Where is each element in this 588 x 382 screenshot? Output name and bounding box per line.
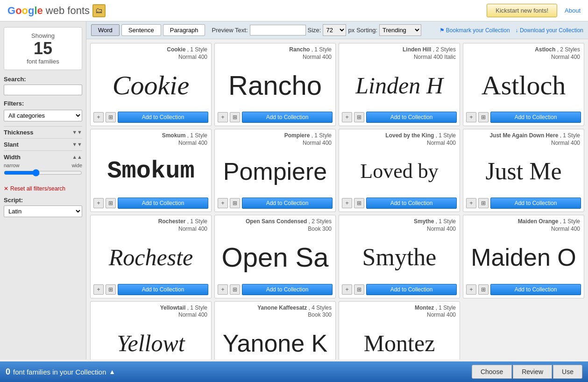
add-icon[interactable]: +: [93, 198, 104, 208]
add-to-collection-button[interactable]: Add to Collection: [490, 284, 581, 295]
copy-icon[interactable]: ⊞: [230, 284, 240, 295]
copy-icon[interactable]: ⊞: [478, 112, 489, 122]
search-label: Search:: [4, 76, 82, 83]
add-icon[interactable]: +: [342, 112, 352, 122]
showing-sub: font families: [8, 58, 78, 65]
width-filter: Width ▲▲ narrow wide: [4, 150, 82, 181]
main-layout: Showing 15 font families Search: Filters…: [0, 21, 588, 360]
add-to-collection-button[interactable]: Add to Collection: [490, 198, 581, 209]
font-name: Smythe: [414, 218, 434, 225]
kickstart-button[interactable]: Kickstart new fonts!: [487, 4, 557, 17]
font-card-footer: + ⊞ Add to Collection: [215, 282, 335, 298]
font-card-footer: + ⊞ Add to Collection: [339, 282, 460, 298]
sidebar: Showing 15 font families Search: Filters…: [0, 21, 86, 360]
add-icon[interactable]: +: [342, 284, 352, 295]
font-card: Yanone Kaffeesatz , 4 Styles Book 300 Ya…: [214, 301, 336, 360]
add-icon[interactable]: +: [93, 284, 104, 295]
font-name: Linden Hill: [403, 46, 431, 53]
size-select[interactable]: 72 36 24 14: [323, 24, 346, 36]
font-card: Loved by the King , 1 Style Normal 400 L…: [339, 129, 460, 212]
add-icon[interactable]: +: [218, 284, 228, 295]
copy-icon[interactable]: ⊞: [478, 198, 489, 208]
copy-icon[interactable]: ⊞: [230, 198, 240, 208]
font-card-footer: + ⊞ Add to Collection: [339, 110, 460, 126]
add-to-collection-button[interactable]: Add to Collection: [490, 112, 581, 123]
font-preview-area: Rancho: [215, 61, 335, 110]
tab-word[interactable]: Word: [91, 24, 120, 36]
font-card: Smythe , 1 Style Normal 400 Smythe + ⊞ A…: [339, 215, 460, 298]
add-to-collection-button[interactable]: Add to Collection: [118, 284, 208, 295]
font-card-footer: + ⊞ Add to Collection: [91, 196, 211, 212]
copy-icon[interactable]: ⊞: [354, 284, 364, 295]
preview-text-input[interactable]: [250, 25, 306, 35]
thickness-label: Thickness: [4, 129, 34, 136]
font-weight: Book 300: [308, 226, 332, 232]
reset-filters[interactable]: ✕ Reset all filters/search: [4, 185, 82, 192]
font-weight: Normal 400: [427, 311, 456, 318]
add-to-collection-button[interactable]: Add to Collection: [242, 112, 333, 123]
copy-icon[interactable]: ⊞: [478, 284, 489, 295]
width-slider[interactable]: [4, 169, 82, 177]
add-to-collection-button[interactable]: Add to Collection: [366, 112, 457, 123]
add-icon[interactable]: +: [466, 198, 476, 208]
font-card-footer: + ⊞ Add to Collection: [91, 110, 211, 126]
logo-g2: g: [28, 5, 34, 16]
font-weight: Normal 400: [551, 226, 580, 232]
copy-icon[interactable]: ⊞: [106, 112, 116, 122]
add-to-collection-button[interactable]: Add to Collection: [242, 284, 333, 295]
font-preview-text: Loved by: [360, 161, 438, 182]
font-weight: Normal 400: [427, 140, 456, 146]
font-name: Rochester: [158, 218, 186, 225]
font-card-header: Montez , 1 Style Normal 400: [339, 302, 460, 319]
add-to-collection-button[interactable]: Add to Collection: [366, 284, 457, 295]
sorting-select[interactable]: Trending Popularity Alphabetical Date Ad…: [379, 24, 421, 36]
font-preview-area: Just Me: [463, 147, 584, 196]
preview-text-label: Preview Text:: [212, 27, 248, 34]
toolbar: Word Sentence Paragraph Preview Text: Si…: [86, 21, 588, 39]
add-icon[interactable]: +: [93, 112, 104, 122]
tab-paragraph[interactable]: Paragraph: [163, 24, 205, 36]
copy-icon[interactable]: ⊞: [354, 112, 364, 122]
font-name: Loved by the King: [385, 132, 434, 139]
font-weight: Normal 400: [303, 140, 332, 146]
script-label: Script:: [4, 197, 82, 204]
add-icon[interactable]: +: [466, 284, 476, 295]
copy-icon[interactable]: ⊞: [106, 284, 116, 295]
font-preview-text: Rocheste: [109, 246, 193, 269]
font-name: Pompiere: [284, 132, 310, 139]
add-to-collection-button[interactable]: Add to Collection: [242, 198, 333, 209]
category-select[interactable]: All categories Serif Sans-Serif Display …: [4, 110, 82, 121]
add-icon[interactable]: +: [218, 112, 228, 122]
copy-icon[interactable]: ⊞: [230, 112, 240, 122]
slant-filter[interactable]: Slant ▼▼: [4, 138, 82, 150]
font-name: Just Me Again Down Here: [489, 132, 558, 139]
script-select[interactable]: Latin Cyrillic Greek Hebrew Arabic Devan…: [4, 205, 82, 217]
bookmark-link[interactable]: ⚑ Bookmark your Collection: [439, 27, 510, 34]
font-preview-area: Smokum: [91, 147, 211, 196]
font-preview-text: Smokum: [107, 159, 194, 184]
add-to-collection-button[interactable]: Add to Collection: [118, 112, 208, 123]
add-icon[interactable]: +: [342, 198, 352, 208]
tab-sentence[interactable]: Sentence: [121, 24, 161, 36]
font-preview-text: Astloch: [482, 72, 566, 99]
about-link[interactable]: About: [565, 7, 581, 14]
add-to-collection-button[interactable]: Add to Collection: [366, 198, 457, 209]
script-select-wrapper: Latin Cyrillic Greek Hebrew Arabic Devan…: [4, 205, 82, 217]
font-preview-area: Loved by: [339, 147, 460, 196]
add-icon[interactable]: +: [218, 198, 228, 208]
copy-icon[interactable]: ⊞: [354, 198, 364, 208]
search-input[interactable]: [4, 85, 82, 95]
copy-icon[interactable]: ⊞: [106, 198, 116, 208]
font-grid: Cookie , 1 Style Normal 400 Cookie + ⊞ A…: [86, 39, 588, 360]
slant-label: Slant: [4, 141, 19, 148]
font-preview-area: Open Sa: [215, 233, 335, 282]
download-link[interactable]: ↓ Download your Collection: [516, 27, 583, 34]
thickness-filter[interactable]: Thickness ▼▼: [4, 126, 82, 138]
font-card-header: Maiden Orange , 1 Style Normal 400: [463, 215, 584, 233]
font-card: Linden Hill , 2 Styles Normal 400 Italic…: [339, 43, 460, 126]
font-preview-text: Rancho: [228, 72, 322, 99]
add-icon[interactable]: +: [466, 112, 476, 122]
font-card: Maiden Orange , 1 Style Normal 400 Maide…: [463, 215, 584, 298]
font-card-header: Smythe , 1 Style Normal 400: [339, 215, 460, 233]
add-to-collection-button[interactable]: Add to Collection: [118, 198, 208, 209]
